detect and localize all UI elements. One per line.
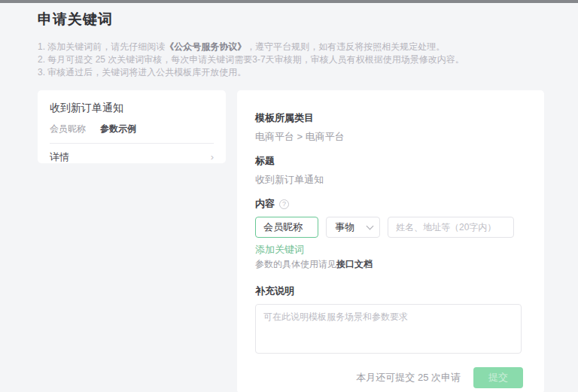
preview-divider [50,143,214,144]
api-doc-link[interactable]: 接口文档 [336,259,373,269]
doc-hint: 参数的具体使用请见接口文档 [255,259,523,269]
service-agreement-link[interactable]: 《公众号服务协议》 [165,41,246,52]
title-value: 收到新订单通知 [255,175,523,185]
example-input[interactable] [388,217,514,238]
keyword-form-panel: 模板所属类目 电商平台 > 电商平台 标题 收到新订单通知 内容 ? 事物 添加… [237,90,544,392]
category-label: 模板所属类目 [255,113,523,123]
content-label: 内容 ? [255,199,523,209]
keyword-input-row: 事物 [255,217,523,238]
notice-line-3: 3. 审核通过后，关键词将进入公共模板库开放使用。 [38,66,578,79]
add-keyword-link[interactable]: 添加关键词 [255,245,304,255]
title-label: 标题 [255,156,523,166]
notice-list: 1. 添加关键词前，请先仔细阅读《公众号服务协议》，遵守平台规则，如有违反将按照… [38,41,578,79]
template-preview-card: 收到新订单通知 会员昵称参数示例 详情 › [38,90,226,163]
help-icon[interactable]: ? [279,199,289,209]
chevron-right-icon: › [211,152,214,163]
param-name-label: 会员昵称 [50,123,86,134]
detail-row[interactable]: 详情 › [50,152,214,163]
notice-line-2: 2. 每月可提交 25 次关键词审核，每次申请关键词需要3-7天审核期，审核人员… [38,53,578,66]
notice-1-prefix: 1. 添加关键词前，请先仔细阅读 [38,41,165,52]
type-select-value: 事物 [335,220,354,234]
apply-keyword-page: 申请关键词 1. 添加关键词前，请先仔细阅读《公众号服务协议》，遵守平台规则，如… [0,3,578,392]
form-footer: 本月还可提交 25 次申请 提交 [255,367,523,388]
chevron-down-icon [367,222,374,229]
notes-label: 补充说明 [255,286,523,296]
preview-card-title: 收到新订单通知 [50,102,214,114]
notice-1-suffix: ，遵守平台规则，如有违反将按照相关规定处理。 [246,41,445,52]
main-content: 收到新订单通知 会员昵称参数示例 详情 › 模板所属类目 电商平台 > 电商平台… [38,90,578,392]
keyword-input[interactable] [255,217,318,238]
submit-button[interactable]: 提交 [473,367,523,388]
notice-line-1: 1. 添加关键词前，请先仔细阅读《公众号服务协议》，遵守平台规则，如有违反将按照… [38,41,578,53]
detail-label: 详情 [50,152,69,163]
quota-text: 本月还可提交 25 次申请 [356,371,461,384]
notes-textarea[interactable] [255,304,522,354]
page-title: 申请关键词 [38,10,578,29]
category-value: 电商平台 > 电商平台 [255,132,523,142]
preview-param-row: 会员昵称参数示例 [50,123,214,134]
param-example-value: 参数示例 [100,123,136,134]
type-select[interactable]: 事物 [326,217,380,238]
content-label-text: 内容 [255,199,275,209]
doc-hint-prefix: 参数的具体使用请见 [255,259,336,269]
